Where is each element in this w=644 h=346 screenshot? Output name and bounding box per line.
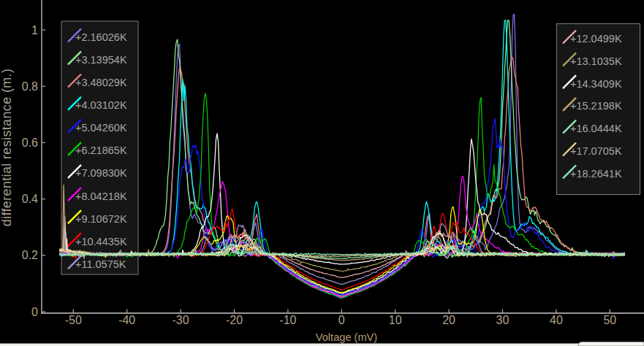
svg-text:-20: -20 xyxy=(226,314,243,326)
svg-text:+10.4435K: +10.4435K xyxy=(75,236,127,247)
svg-text:10: 10 xyxy=(389,314,402,326)
svg-text:+14.3409K: +14.3409K xyxy=(570,78,622,90)
svg-text:+3.13954K: +3.13954K xyxy=(75,54,127,66)
svg-text:+4.03102K: +4.03102K xyxy=(75,99,127,111)
svg-text:0.6: 0.6 xyxy=(22,137,38,149)
svg-text:+13.1035K: +13.1035K xyxy=(570,55,622,67)
svg-text:0.4: 0.4 xyxy=(22,193,38,205)
svg-text:+7.09830K: +7.09830K xyxy=(75,167,127,179)
svg-text:+2.16026K: +2.16026K xyxy=(75,31,127,43)
svg-text:50: 50 xyxy=(603,314,616,326)
svg-text:1: 1 xyxy=(31,24,38,36)
svg-text:0: 0 xyxy=(338,314,345,326)
svg-text:0: 0 xyxy=(31,306,38,318)
svg-text:0.8: 0.8 xyxy=(22,80,38,93)
svg-text:40: 40 xyxy=(550,314,563,326)
svg-text:+15.2198K: +15.2198K xyxy=(570,100,622,112)
svg-text:+18.2641K: +18.2641K xyxy=(570,168,622,180)
svg-text:+5.04260K: +5.04260K xyxy=(75,122,127,134)
svg-text:+9.10672K: +9.10672K xyxy=(75,213,127,225)
svg-text:+17.0705K: +17.0705K xyxy=(570,145,622,157)
svg-text:0.2: 0.2 xyxy=(22,249,38,261)
svg-text:differential resistance (m.): differential resistance (m.) xyxy=(0,69,14,227)
svg-text:-40: -40 xyxy=(118,314,135,326)
svg-text:+11.0575K: +11.0575K xyxy=(75,258,126,270)
svg-text:+8.04218K: +8.04218K xyxy=(75,191,127,202)
svg-text:30: 30 xyxy=(496,314,509,326)
svg-text:+12.0499K: +12.0499K xyxy=(570,33,622,45)
svg-text:20: 20 xyxy=(442,314,455,326)
svg-text:-10: -10 xyxy=(279,314,296,326)
svg-text:-30: -30 xyxy=(173,314,189,326)
svg-text:Voltage (mV): Voltage (mV) xyxy=(316,331,377,343)
svg-text:+16.0444K: +16.0444K xyxy=(570,123,622,134)
svg-text:+3.48029K: +3.48029K xyxy=(75,77,127,88)
svg-text:+6.21865K: +6.21865K xyxy=(75,145,127,156)
svg-text:-50: -50 xyxy=(65,314,82,326)
